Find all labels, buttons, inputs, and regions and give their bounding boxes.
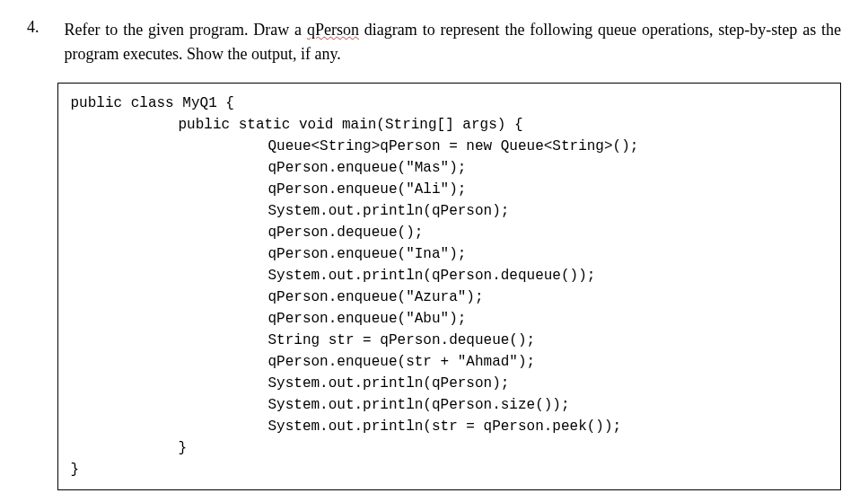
code-line: System.out.println(str = qPerson.peek())… bbox=[71, 416, 829, 437]
code-line: public static void main(String[] args) { bbox=[71, 114, 829, 136]
code-line: System.out.println(qPerson.dequeue()); bbox=[71, 265, 829, 286]
code-line: } bbox=[71, 437, 829, 459]
question-text: Refer to the given program. Draw a qPers… bbox=[65, 18, 842, 66]
code-line: System.out.println(qPerson.size()); bbox=[71, 394, 829, 416]
code-line: System.out.println(qPerson); bbox=[71, 373, 829, 394]
code-line: qPerson.enqueue("Ina"); bbox=[71, 243, 829, 265]
question-number: 4. bbox=[27, 18, 39, 490]
code-line: } bbox=[71, 459, 829, 480]
code-line: Queue<String>qPerson = new Queue<String>… bbox=[71, 136, 829, 157]
question-container: 4. Refer to the given program. Draw a qP… bbox=[27, 18, 841, 490]
code-line: System.out.println(qPerson); bbox=[71, 200, 829, 222]
code-box: public class MyQ1 { public static void m… bbox=[57, 83, 842, 490]
question-content: Refer to the given program. Draw a qPers… bbox=[65, 18, 842, 490]
code-line: String str = qPerson.dequeue(); bbox=[71, 330, 829, 351]
code-line: qPerson.enqueue("Mas"); bbox=[71, 157, 829, 179]
code-line: qPerson.dequeue(); bbox=[71, 222, 829, 243]
code-line: public class MyQ1 { bbox=[71, 92, 829, 114]
code-line: qPerson.enqueue(str + "Ahmad"); bbox=[71, 351, 829, 373]
code-line: qPerson.enqueue("Ali"); bbox=[71, 179, 829, 200]
code-line: qPerson.enqueue("Abu"); bbox=[71, 308, 829, 330]
question-text-before: Refer to the given program. Draw a bbox=[65, 21, 307, 39]
question-underlined-word: qPerson bbox=[307, 21, 359, 39]
code-line: qPerson.enqueue("Azura"); bbox=[71, 286, 829, 308]
